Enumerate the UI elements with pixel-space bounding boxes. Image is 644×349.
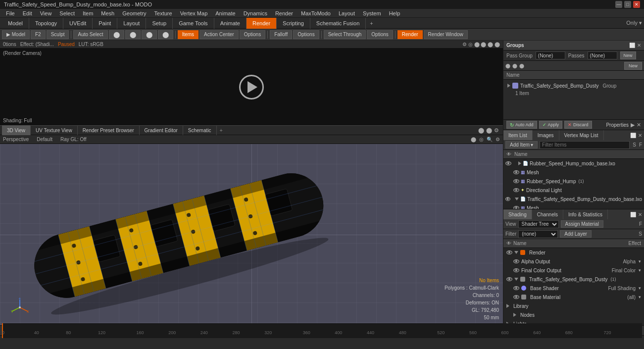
options2-btn[interactable]: Options (293, 30, 319, 39)
shading-eye-base-shader[interactable]: 👁 (513, 286, 519, 290)
vp-tab-add[interactable]: + (217, 127, 226, 133)
shading-panel-close[interactable]: ✕ (638, 212, 642, 217)
vp-icon-settings[interactable]: ⚙ (495, 137, 500, 142)
shading-eye-final[interactable]: 👁 (513, 268, 519, 272)
shading-row-library[interactable]: Library (503, 301, 644, 310)
tab-images[interactable]: Images (533, 130, 559, 140)
sculpt-btn[interactable]: Sculpt (47, 30, 69, 39)
shading-eye-traffic[interactable]: 👁 (506, 277, 512, 281)
3d-viewport[interactable]: No Items Polygons : Catmull-Clark Channe… (0, 144, 503, 325)
options3-btn[interactable]: Options (367, 30, 393, 39)
vp-tab-schematic[interactable]: Schematic (183, 125, 217, 135)
menu-dynamics[interactable]: Dynamics (240, 9, 271, 18)
shading-row-alpha[interactable]: 👁 Alpha Output Alpha ▾ (503, 257, 644, 266)
viewport-raygl[interactable]: Ray GL: Off (60, 137, 87, 142)
assign-material-button[interactable]: Assign Material (561, 220, 603, 228)
items-panel-expand[interactable]: ⬜ (630, 133, 636, 138)
icon-btn3[interactable]: ⬤ (142, 30, 157, 39)
menu-texture[interactable]: Texture (150, 9, 176, 18)
shading-row-traffic[interactable]: 👁 Traffic_Safety_Speed_Bump_Dusty (1) (503, 275, 644, 284)
tab-info-statistics[interactable]: Info & Statistics (563, 209, 608, 219)
tab-topology[interactable]: Topology (29, 18, 63, 29)
items-panel-close[interactable]: ✕ (638, 133, 642, 138)
items-btn[interactable]: Items (178, 30, 198, 39)
falloff-btn[interactable]: Falloff (270, 30, 292, 39)
viewport-default[interactable]: Default (37, 137, 52, 142)
maximize-button[interactable]: □ (624, 1, 631, 8)
vp-tab-uv[interactable]: UV Texture View (31, 125, 78, 135)
viewport-perspective[interactable]: Perspective (3, 137, 29, 142)
menu-item[interactable]: Item (79, 9, 97, 18)
shading-eye-base-material[interactable]: 👁 (513, 295, 519, 299)
select-through-btn[interactable]: Select Through (324, 30, 366, 39)
filter-select[interactable]: (none) (518, 230, 558, 238)
discard-button[interactable]: ✕ Discard (564, 121, 592, 129)
timeline-track[interactable]: 0 40 80 120 160 200 240 280 320 360 400 … (2, 323, 642, 338)
render-view[interactable]: (Render Camera) Shading: Full (0, 49, 503, 125)
render-play-button[interactable] (239, 75, 264, 100)
item-row-2[interactable]: 👁 ▦ Rubber_Speed_Hump (1) (503, 177, 644, 186)
item-row-3[interactable]: 👁 ✦ Directional Light (503, 186, 644, 195)
groups-item-0[interactable]: Traffic_Safety_Speed_Bump_Dusty Group (505, 82, 642, 90)
tab-item-list[interactable]: Item List (503, 130, 533, 140)
menu-geometry[interactable]: Geometry (118, 9, 150, 18)
tab-layout[interactable]: Layout (117, 18, 146, 29)
groups-close-icon[interactable]: ✕ (637, 43, 641, 48)
model-mode-btn[interactable]: ▶ Model (2, 30, 30, 39)
vp-ctrl-icon3[interactable]: ⚙ (494, 127, 499, 134)
tab-add-button[interactable]: + (366, 20, 377, 26)
filter-items-input[interactable] (540, 141, 630, 149)
vp-tab-render-preset[interactable]: Render Preset Browser (78, 125, 140, 135)
view-select[interactable]: Shader Tree (518, 220, 559, 228)
options1-btn[interactable]: Options (240, 30, 265, 39)
menu-file[interactable]: File (2, 9, 19, 18)
tab-setup[interactable]: Setup (146, 18, 173, 29)
menu-render[interactable]: Render (271, 9, 297, 18)
eye-2[interactable]: 👁 (513, 179, 519, 183)
shading-row-nodes[interactable]: Nodes (503, 310, 644, 319)
item-row-5[interactable]: 👁 ▦ Mesh (503, 203, 644, 209)
auto-add-button[interactable]: ↻ Auto Add (506, 121, 537, 129)
tab-model[interactable]: Model (2, 18, 29, 29)
menu-edit[interactable]: Edit (19, 9, 36, 18)
tab-animate[interactable]: Animate (214, 18, 247, 29)
groups-toolbar-icon1[interactable]: ⬤ (505, 63, 510, 68)
base-shader-dropdown[interactable]: ▾ (639, 286, 641, 291)
tab-shading[interactable]: Shading (503, 209, 532, 219)
menu-system[interactable]: System (359, 9, 385, 18)
item-row-4[interactable]: 👁 📄 Traffic_Safety_Speed_Bump_Dusty_modo… (503, 195, 644, 203)
render-window-btn[interactable]: Render Window (424, 30, 468, 39)
icon-btn1[interactable]: ⬤ (109, 30, 124, 39)
menu-animate[interactable]: Animate (211, 9, 239, 18)
f2-btn[interactable]: F2 (31, 30, 46, 39)
shading-eye-alpha[interactable]: 👁 (513, 259, 519, 263)
minimize-button[interactable]: — (615, 1, 622, 8)
menu-view[interactable]: View (36, 9, 56, 18)
groups-expand-icon[interactable]: ⬜ (629, 43, 635, 48)
vp-icon-lock[interactable]: ⬤ (471, 137, 476, 142)
layout-selector[interactable]: Only ▾ (626, 20, 642, 26)
menu-help[interactable]: Help (385, 9, 404, 18)
vp-ctrl-icon2[interactable]: ⬤ (486, 127, 492, 134)
tab-render[interactable]: Render (247, 18, 277, 29)
vp-icon-search[interactable]: 🔍 (487, 137, 493, 142)
render-btn[interactable]: Render (397, 30, 423, 39)
properties-expand-icon[interactable]: ▶ (631, 122, 635, 128)
icon-btn4[interactable]: ⬤ (158, 30, 173, 39)
eye-4[interactable]: 👁 (505, 197, 510, 201)
tab-paint[interactable]: Paint (93, 18, 117, 29)
eye-5[interactable]: 👁 (513, 206, 519, 209)
passes-new-button[interactable]: New (620, 51, 636, 59)
auto-select-btn[interactable]: Auto Select (73, 30, 107, 39)
action-center-btn[interactable]: Action Center (199, 30, 239, 39)
eye-3[interactable]: 👁 (513, 188, 519, 192)
tab-scripting[interactable]: Scripting (277, 18, 310, 29)
tab-gametools[interactable]: Game Tools (173, 18, 214, 29)
vp-tab-gradient[interactable]: Gradient Editor (140, 125, 183, 135)
groups-new-button[interactable]: New (624, 62, 642, 70)
shading-panel-expand[interactable]: ⬜ (630, 212, 636, 217)
tab-uvedit[interactable]: UVEdit (63, 18, 93, 29)
vp-icon-circle[interactable]: ◎ (479, 137, 484, 142)
shading-eye-render[interactable]: 👁 (506, 250, 512, 254)
pass-group-input[interactable] (536, 51, 565, 59)
